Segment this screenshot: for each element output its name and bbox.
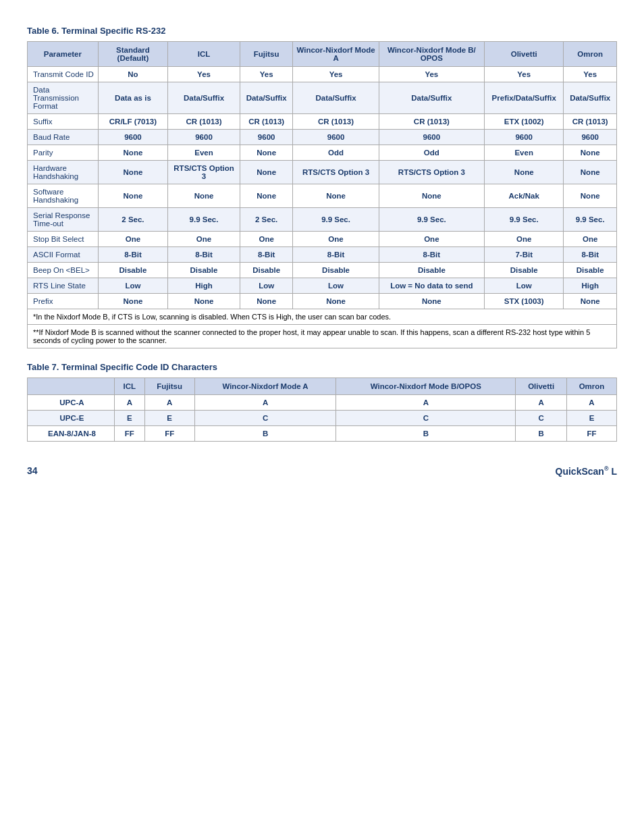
table6-cell-r0-c5: Yes bbox=[379, 67, 484, 82]
table7-cell-r0-c6: A bbox=[567, 395, 617, 411]
table7-row: UPC-AAAAAAA bbox=[28, 395, 617, 411]
table6-cell-r3-c4: 9600 bbox=[293, 130, 379, 145]
table6-col-header-5: Wincor-Nixdorf Mode B/ OPOS bbox=[379, 42, 484, 67]
table6-cell-r4-c2: Even bbox=[168, 145, 240, 161]
table6-cell-r6-c7: None bbox=[564, 184, 617, 208]
table6-cell-r12-c2: None bbox=[168, 294, 240, 309]
table6-container: Table 6. Terminal Specific RS-232 Parame… bbox=[27, 26, 617, 348]
table7-cell-r2-c5: B bbox=[516, 426, 567, 442]
table6-cell-r2-c5: CR (1013) bbox=[379, 114, 484, 130]
table7-header-row: ICLFujitsuWincor-Nixdorf Mode AWincor-Ni… bbox=[28, 378, 617, 395]
table6-cell-r11-c5: Low = No data to send bbox=[379, 278, 484, 294]
table6-col-header-0: Parameter bbox=[28, 42, 99, 67]
table6-cell-r9-c7: 8-Bit bbox=[564, 247, 617, 263]
table6-cell-r9-c4: 8-Bit bbox=[293, 247, 379, 263]
table7-row: UPC-EEECCCE bbox=[28, 411, 617, 426]
table7-cell-r1-c6: E bbox=[567, 411, 617, 426]
page-footer: 34 QuickScan® L bbox=[27, 462, 617, 477]
table7-col-header-5: Olivetti bbox=[516, 378, 567, 395]
table6-cell-r2-c1: CR/LF (7013) bbox=[98, 114, 167, 130]
table6-cell-r4-c6: Even bbox=[485, 145, 564, 161]
table6-cell-r1-c6: Prefix/Data/Suffix bbox=[485, 82, 564, 114]
table6-cell-r7-c3: 2 Sec. bbox=[240, 208, 293, 232]
table6-cell-r9-c1: 8-Bit bbox=[98, 247, 167, 263]
table7-cell-r2-c0: EAN-8/JAN-8 bbox=[28, 426, 115, 442]
table6-cell-r6-c5: None bbox=[379, 184, 484, 208]
table6-cell-r4-c3: None bbox=[240, 145, 293, 161]
table7-cell-r1-c3: C bbox=[194, 411, 336, 426]
table6-row: PrefixNoneNoneNoneNoneNoneSTX (1003)None bbox=[28, 294, 617, 309]
table6-row: SuffixCR/LF (7013)CR (1013)CR (1013)CR (… bbox=[28, 114, 617, 130]
table6-cell-r0-c1: No bbox=[98, 67, 167, 82]
table6-cell-r10-c7: Disable bbox=[564, 263, 617, 278]
table6-cell-r12-c4: None bbox=[293, 294, 379, 309]
table6-cell-r11-c7: High bbox=[564, 278, 617, 294]
table6-cell-r7-c1: 2 Sec. bbox=[98, 208, 167, 232]
table6-cell-r10-c5: Disable bbox=[379, 263, 484, 278]
table6-cell-r7-c6: 9.9 Sec. bbox=[485, 208, 564, 232]
table6-cell-r5-c1: None bbox=[98, 161, 167, 184]
table7-col-header-1: ICL bbox=[114, 378, 144, 395]
table7-cell-r2-c1: FF bbox=[114, 426, 144, 442]
table6-col-header-1: Standard (Default) bbox=[98, 42, 167, 67]
table6-cell-r10-c6: Disable bbox=[485, 263, 564, 278]
page-number: 34 bbox=[27, 465, 38, 476]
table7-cell-r1-c1: E bbox=[114, 411, 144, 426]
table6-cell-r4-c0: Parity bbox=[28, 145, 99, 161]
table6-cell-r0-c6: Yes bbox=[485, 67, 564, 82]
table6-cell-r3-c2: 9600 bbox=[168, 130, 240, 145]
table7-cell-r2-c3: B bbox=[194, 426, 336, 442]
table6-col-header-7: Omron bbox=[564, 42, 617, 67]
table6-cell-r1-c2: Data/Suffix bbox=[168, 82, 240, 114]
table7-cell-r1-c0: UPC-E bbox=[28, 411, 115, 426]
table6-cell-r4-c7: None bbox=[564, 145, 617, 161]
table7-cell-r1-c4: C bbox=[336, 411, 516, 426]
table7-container: Table 7. Terminal Specific Code ID Chara… bbox=[27, 362, 617, 442]
table7-cell-r0-c5: A bbox=[516, 395, 567, 411]
table6-row: RTS Line StateLowHighLowLowLow = No data… bbox=[28, 278, 617, 294]
table6-col-header-6: Olivetti bbox=[485, 42, 564, 67]
table7-col-header-4: Wincor-Nixdorf Mode B/OPOS bbox=[336, 378, 516, 395]
table6-cell-r11-c0: RTS Line State bbox=[28, 278, 99, 294]
table6-cell-r1-c7: Data/Suffix bbox=[564, 82, 617, 114]
table6-cell-r6-c0: Software Handshaking bbox=[28, 184, 99, 208]
table6-cell-r8-c1: One bbox=[98, 232, 167, 247]
table6-cell-r5-c0: Hardware Handshaking bbox=[28, 161, 99, 184]
table6-cell-r9-c2: 8-Bit bbox=[168, 247, 240, 263]
table7-col-header-3: Wincor-Nixdorf Mode A bbox=[194, 378, 336, 395]
table6-cell-r5-c4: RTS/CTS Option 3 bbox=[293, 161, 379, 184]
table6-cell-r2-c7: CR (1013) bbox=[564, 114, 617, 130]
table6-col-header-3: Fujitsu bbox=[240, 42, 293, 67]
table6-cell-r12-c3: None bbox=[240, 294, 293, 309]
table6-row: Baud Rate9600960096009600960096009600 bbox=[28, 130, 617, 145]
table6-cell-r12-c6: STX (1003) bbox=[485, 294, 564, 309]
table6-col-header-4: Wincor-Nixdorf Mode A bbox=[293, 42, 379, 67]
table7-cell-r0-c4: A bbox=[336, 395, 516, 411]
table6-cell-r11-c2: High bbox=[168, 278, 240, 294]
table6-cell-r9-c0: ASCII Format bbox=[28, 247, 99, 263]
brand-name: QuickScan® L bbox=[556, 465, 617, 477]
table6-cell-r12-c0: Prefix bbox=[28, 294, 99, 309]
table6-cell-r11-c4: Low bbox=[293, 278, 379, 294]
table6-cell-r4-c5: Odd bbox=[379, 145, 484, 161]
table7-title: Table 7. Terminal Specific Code ID Chara… bbox=[27, 362, 617, 372]
table6-cell-r11-c1: Low bbox=[98, 278, 167, 294]
table6-cell-r10-c0: Beep On <BEL> bbox=[28, 263, 99, 278]
table7-cell-r2-c6: FF bbox=[567, 426, 617, 442]
table6-cell-r8-c0: Stop Bit Select bbox=[28, 232, 99, 247]
table6-cell-r6-c1: None bbox=[98, 184, 167, 208]
table6-cell-r8-c4: One bbox=[293, 232, 379, 247]
table7-cell-r0-c2: A bbox=[144, 395, 194, 411]
table6-cell-r4-c1: None bbox=[98, 145, 167, 161]
table6-cell-r3-c0: Baud Rate bbox=[28, 130, 99, 145]
table6-row: Software HandshakingNoneNoneNoneNoneNone… bbox=[28, 184, 617, 208]
table6-cell-r8-c2: One bbox=[168, 232, 240, 247]
table6-cell-r6-c4: None bbox=[293, 184, 379, 208]
table6-cell-r11-c6: Low bbox=[485, 278, 564, 294]
table6-cell-r7-c2: 9.9 Sec. bbox=[168, 208, 240, 232]
table6-row: Hardware HandshakingNoneRTS/CTS Option 3… bbox=[28, 161, 617, 184]
table6-row: Data Transmission FormatData as isData/S… bbox=[28, 82, 617, 114]
table7-col-header-6: Omron bbox=[567, 378, 617, 395]
table6-cell-r1-c0: Data Transmission Format bbox=[28, 82, 99, 114]
table6-cell-r8-c3: One bbox=[240, 232, 293, 247]
